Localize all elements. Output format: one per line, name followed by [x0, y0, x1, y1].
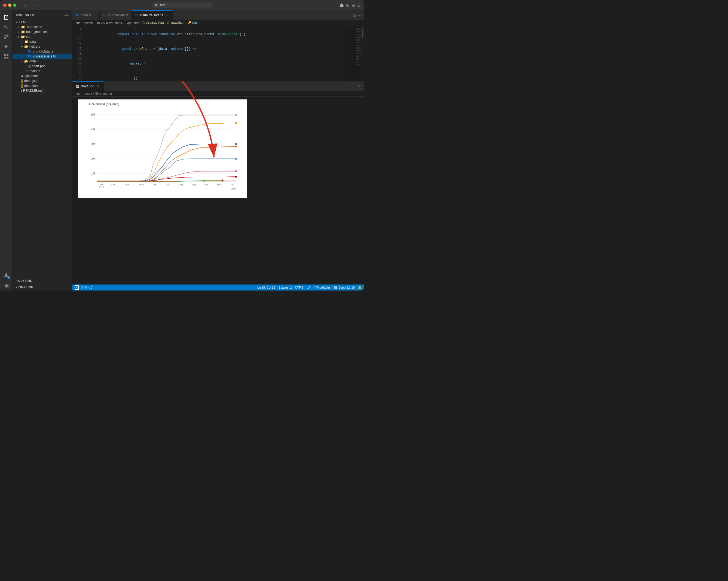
- bc-chart[interactable]: chart.png: [99, 92, 112, 95]
- scrollbar[interactable]: [361, 26, 364, 81]
- language-label: TypeScript: [316, 286, 331, 289]
- encoding-indicator[interactable]: UTF-8: [295, 286, 304, 289]
- maximize-button[interactable]: [13, 3, 16, 7]
- tree-item-gitignore[interactable]: ◆ .gitignore: [12, 74, 72, 78]
- bc-file[interactable]: visualizeData.ts: [101, 21, 122, 25]
- tree-item-main-ts[interactable]: TS main.ts: [12, 69, 72, 74]
- activity-extensions[interactable]: [2, 52, 11, 61]
- bc-sda[interactable]: sda: [76, 21, 81, 25]
- svg-text:Aug: Aug: [179, 183, 183, 186]
- tab-crunchdata-ts[interactable]: TS crunchData.ts: [100, 10, 132, 20]
- deno-sync-indicator[interactable]: 🔄 Deno 2.1.10: [334, 286, 355, 289]
- sidebar-outline[interactable]: › OUTLINE: [12, 278, 72, 284]
- sidebar-header: EXPLORER •••: [12, 10, 72, 19]
- traffic-lights: [3, 3, 16, 7]
- close-button[interactable]: [3, 3, 6, 7]
- bc-drawchart[interactable]: ⬡ drawChart: [167, 21, 184, 25]
- more-actions-icon[interactable]: •••: [358, 13, 362, 18]
- activity-settings[interactable]: [2, 281, 11, 290]
- position-indicator[interactable]: Ln 18, Col 15: [257, 286, 275, 289]
- minimap: ████ ████████ ████████████████ █████████…: [345, 26, 361, 81]
- svg-point-2: [4, 35, 5, 36]
- bc-output[interactable]: output: [84, 92, 92, 95]
- json-icon: {}: [21, 84, 23, 88]
- split-editor-icon[interactable]: ⊟: [353, 13, 356, 18]
- tree-root[interactable]: ▾ TEST: [12, 20, 72, 25]
- errors-count: ⓪: [81, 285, 84, 290]
- search-input[interactable]: [160, 3, 199, 7]
- x-branch-icon: X: [75, 285, 79, 290]
- tabs-bar: TS main.ts TS crunchData.ts TS visualize…: [72, 10, 364, 20]
- bc-helpers[interactable]: helpers: [84, 21, 94, 25]
- tree-item-chart-png[interactable]: 🖼 chart.png: [12, 64, 72, 69]
- breadcrumb: sda › helpers › TS visualizeData.ts › Ty…: [72, 20, 364, 26]
- chart-png-tab-label: chart.png: [81, 84, 94, 88]
- search-bar[interactable]: 🔍: [152, 2, 212, 8]
- more-actions-chart-icon[interactable]: •••: [358, 84, 362, 88]
- tree-item-data[interactable]: › 📁 data: [12, 39, 72, 44]
- errors-indicator[interactable]: ⓪ 0 △ 0: [81, 285, 92, 290]
- split-icon[interactable]: ▣: [352, 3, 355, 7]
- bc-sda2[interactable]: sda: [76, 92, 81, 95]
- nav-forward-button[interactable]: →: [30, 2, 38, 8]
- bc-color[interactable]: 🔑 color: [188, 21, 199, 25]
- close-tab-icon[interactable]: ✕: [165, 13, 169, 18]
- minimize-button[interactable]: [8, 3, 11, 7]
- bc-typescript[interactable]: TypeScript: [125, 21, 139, 25]
- layout-icon[interactable]: ⊞: [346, 3, 349, 7]
- svg-point-0: [4, 25, 7, 28]
- tab-chart-png[interactable]: 🖼 chart.png ✕: [72, 81, 104, 91]
- tab-visualizedata-ts[interactable]: TS visualizeData.ts ✕: [132, 10, 173, 20]
- chart-svg: ↑ Area burned (hectares) 5M 4M: [78, 100, 247, 197]
- tree-item-deno-lock[interactable]: {} deno.lock: [12, 83, 72, 88]
- bc-sep3: ›: [123, 21, 124, 25]
- folder-icon: 📂: [24, 59, 28, 63]
- line-ending-indicator[interactable]: LF: [307, 286, 310, 289]
- tree-item-sda[interactable]: ▾ 📂 sda: [12, 34, 72, 39]
- nav-back-button[interactable]: ←: [22, 2, 29, 8]
- chart-pane: 🖼 chart.png ✕ ••• sda › output ›: [72, 81, 364, 285]
- svg-point-4: [4, 37, 5, 39]
- tab-main-ts[interactable]: TS main.ts: [72, 10, 100, 20]
- spaces-indicator[interactable]: Spaces: 2: [279, 286, 292, 289]
- menu-icon[interactable]: ☰: [357, 3, 361, 7]
- status-left: X ⓪ 0 △ 0: [75, 285, 92, 290]
- activity-run[interactable]: [2, 42, 11, 51]
- ts-icon: TS: [27, 50, 31, 53]
- activity-account[interactable]: 1: [2, 270, 11, 280]
- tree-item-crunchdata[interactable]: TS crunchData.ts: [12, 49, 72, 54]
- notification-bell[interactable]: 🔔: [358, 286, 362, 289]
- tree-item-output[interactable]: ▾ 📂 output: [12, 59, 72, 64]
- activity-search[interactable]: [2, 22, 11, 32]
- tree-item-visualizedata[interactable]: TS visualizeData.ts: [12, 54, 72, 59]
- activity-explorer[interactable]: [2, 12, 11, 22]
- tree-item-helpers[interactable]: ▾ 📂 helpers: [12, 44, 72, 49]
- branch-indicator[interactable]: X: [75, 285, 79, 290]
- editor-area: TS main.ts TS crunchData.ts TS visualize…: [72, 10, 364, 290]
- sidebar-timeline[interactable]: › TIMELINE: [12, 284, 72, 290]
- copilot-icon[interactable]: 🤖: [339, 3, 344, 7]
- deno-lock-label: deno.lock: [24, 84, 38, 88]
- bc-sep4: ›: [140, 21, 141, 25]
- root-label: TEST: [19, 20, 27, 24]
- close-chart-tab-icon[interactable]: ✕: [96, 84, 100, 88]
- nav-buttons: ← →: [22, 2, 38, 8]
- svg-text:Feb: Feb: [99, 183, 103, 186]
- chart-content: ↑ Area burned (hectares) 5M 4M: [72, 97, 364, 285]
- sidebar-more-icon[interactable]: •••: [64, 13, 69, 18]
- bc-sep5: ›: [165, 21, 166, 25]
- activity-source-control[interactable]: [2, 32, 11, 42]
- tree-item-deno-json[interactable]: {} deno.json: [12, 78, 72, 83]
- tree-item-readme[interactable]: ℹ README.md: [12, 88, 72, 93]
- lang-icon: {}: [314, 286, 315, 289]
- bc-sep-c2: ›: [93, 92, 94, 95]
- chart-tabs-bar: 🖼 chart.png ✕ •••: [72, 81, 364, 91]
- bc-sep2: ›: [95, 21, 96, 25]
- chart-image: ↑ Area burned (hectares) 5M 4M: [78, 99, 246, 197]
- tab-main-ts-label: main.ts: [81, 14, 92, 17]
- bc-func[interactable]: ⬡ visualizeData: [142, 21, 164, 25]
- language-indicator[interactable]: {} TypeScript: [314, 286, 331, 289]
- tree-item-node-modules[interactable]: › 📁 node_modules: [12, 29, 72, 34]
- tree-item-sda-cache[interactable]: › 📁 .sda-cache: [12, 25, 72, 29]
- code-editor[interactable]: export default async function visualizeD…: [84, 26, 345, 81]
